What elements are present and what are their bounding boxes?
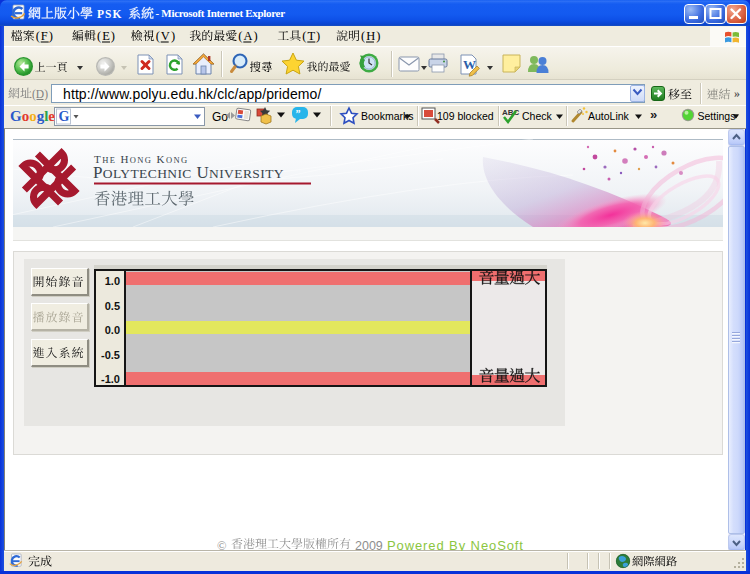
svg-text:Powered By NeoSoft: Powered By NeoSoft <box>387 538 524 552</box>
svg-text:THE HONG KONG: THE HONG KONG <box>94 153 189 165</box>
svg-text:2009: 2009 <box>355 539 383 552</box>
svg-text:©: © <box>217 539 227 552</box>
svg-text:POLYTECHNIC UNIVERSITY: POLYTECHNIC UNIVERSITY <box>93 163 284 182</box>
